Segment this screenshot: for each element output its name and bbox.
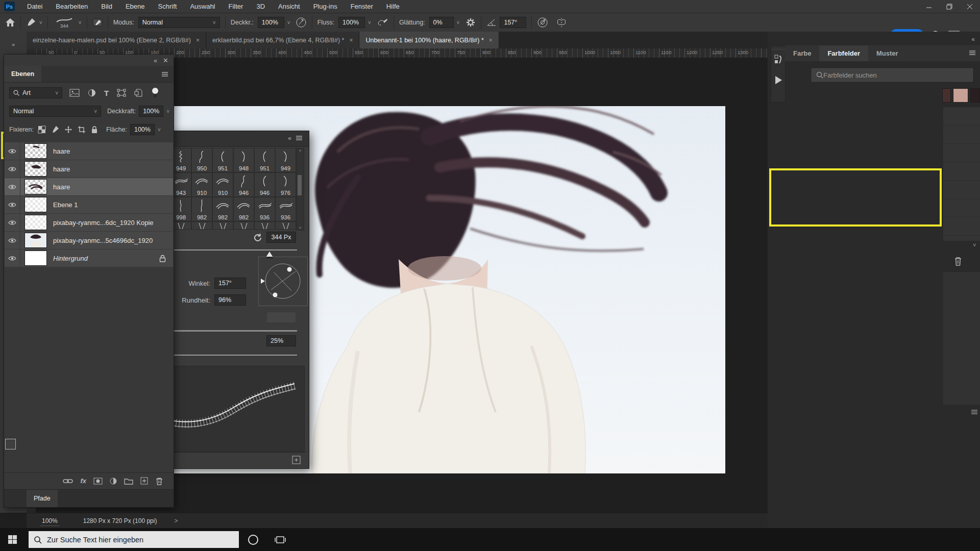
brush-tip-910[interactable]: 910 (212, 172, 233, 197)
chevron-down-icon[interactable]: ˅ (368, 20, 371, 26)
brush-tip-936[interactable]: 936 (254, 197, 275, 221)
deckkraft-value[interactable]: 100% (258, 17, 284, 28)
chevron-down-icon[interactable]: ˅ (457, 20, 460, 26)
layer-visibility-eye-icon[interactable] (5, 160, 20, 178)
close-button[interactable] (960, 0, 980, 13)
brush-tip-950[interactable]: 950 (191, 148, 212, 172)
gear-icon[interactable] (465, 17, 476, 28)
deckkraft-value[interactable]: 100% (139, 106, 163, 117)
brush-tip-946[interactable]: 946 (254, 172, 275, 197)
chevron-down-icon[interactable]: ˅ (79, 20, 82, 26)
lock-position-icon[interactable] (64, 126, 72, 134)
layer-row-2[interactable]: haare (5, 160, 173, 178)
layer-thumbnail[interactable] (24, 251, 47, 266)
tab-ebenen[interactable]: Ebenen (4, 66, 41, 82)
filter-adjustment-icon[interactable] (88, 89, 96, 97)
swatch-group-rows[interactable] (943, 107, 980, 241)
brush-tip-948[interactable]: 948 (233, 148, 254, 172)
layer-thumbnail[interactable] (24, 197, 47, 212)
start-button[interactable] (0, 535, 24, 544)
swatch-search-input[interactable]: Farbfelder suchen (812, 68, 973, 82)
filter-type-icon[interactable]: T (104, 89, 109, 97)
brush-tip-982[interactable]: 982 (191, 197, 212, 221)
filter-smartobject-icon[interactable] (134, 89, 142, 97)
restore-button[interactable] (939, 0, 960, 13)
tab-close-icon[interactable]: × (196, 37, 200, 44)
brush-tip-951[interactable]: 951 (254, 148, 275, 172)
new-group-icon[interactable] (124, 478, 133, 485)
brush-tip-936[interactable]: 936 (275, 197, 296, 221)
link-layers-icon[interactable] (63, 478, 73, 484)
brush-tip-partial[interactable] (254, 221, 275, 230)
tab-close-icon[interactable]: × (349, 37, 353, 44)
foreground-color-chip[interactable] (5, 439, 16, 449)
menu-item-ebene[interactable]: Ebene (119, 0, 152, 13)
collapse-icon[interactable]: « (154, 57, 157, 64)
symmetry-icon[interactable] (555, 17, 568, 28)
layer-visibility-eye-icon[interactable] (5, 142, 20, 160)
lock-all-icon[interactable] (91, 126, 98, 134)
brush-tip-976[interactable]: 976 (275, 172, 296, 197)
cortana-icon[interactable] (239, 534, 267, 546)
layer-thumbnail[interactable] (24, 215, 47, 230)
brush-tip-946[interactable]: 946 (233, 172, 254, 197)
toggle-brush-settings-icon[interactable] (92, 18, 103, 27)
delete-swatch-icon[interactable] (953, 256, 963, 266)
reset-icon[interactable] (253, 233, 262, 242)
tab-pfade[interactable]: Pfade (27, 490, 58, 507)
task-view-icon[interactable] (267, 535, 293, 544)
layer-row-1[interactable]: haare (5, 142, 173, 160)
brush-tip-982[interactable]: 982 (212, 197, 233, 221)
pressure-size-icon[interactable] (537, 17, 548, 28)
home-icon[interactable] (5, 18, 15, 27)
filter-shape-icon[interactable] (117, 89, 126, 97)
filter-image-icon[interactable] (69, 89, 80, 97)
menu-item-auswahl[interactable]: Auswahl (183, 0, 222, 13)
chevron-down-icon[interactable]: ˅ (158, 127, 161, 133)
minimize-button[interactable] (919, 0, 939, 13)
layer-visibility-eye-icon[interactable] (5, 196, 20, 213)
tab-farbe[interactable]: Farbe (785, 45, 819, 61)
brush-tool-icon[interactable] (26, 18, 36, 27)
zoom-level[interactable]: 100% (40, 516, 60, 526)
rundheit-value[interactable]: 96% (214, 294, 246, 306)
layer-row-3[interactable]: haare (5, 178, 173, 195)
brush-grid-scrollbar[interactable]: ˄ ˅ (296, 148, 304, 231)
new-layer-icon[interactable] (140, 477, 148, 485)
document-tab-3[interactable]: Unbenannt-1 bei 100% (haare, RGB/8#) *× (359, 32, 499, 48)
lock-pixels-icon[interactable] (51, 126, 59, 134)
brush-tip-partial[interactable] (212, 221, 233, 230)
brush-tip-910[interactable]: 910 (191, 172, 212, 197)
chevron-down-icon[interactable]: ˅ (973, 242, 976, 248)
winkel-value[interactable]: 157° (214, 278, 246, 289)
brush-tip-partial[interactable] (233, 221, 254, 230)
filter-toggle[interactable] (152, 87, 159, 98)
groesse-value[interactable]: 344 Px (266, 232, 296, 243)
layer-row-6[interactable]: pixabay-ryanmc...5c4696dc_1920 (5, 232, 173, 249)
menu-item-3d[interactable]: 3D (250, 0, 272, 13)
layer-visibility-eye-icon[interactable] (5, 249, 20, 267)
angle-widget[interactable] (258, 257, 308, 306)
blend-mode-select[interactable]: Normal˅ (9, 106, 101, 117)
pressure-opacity-icon[interactable] (296, 17, 307, 28)
abstand-value[interactable]: 25% (266, 335, 296, 346)
tab-muster[interactable]: Muster (868, 45, 906, 61)
layer-thumbnail[interactable] (24, 179, 47, 194)
scrollbar-thumb[interactable] (298, 175, 302, 195)
collapse-dock-icon[interactable]: « (971, 36, 975, 43)
layer-row-5[interactable]: pixabay-ryanmc...6dc_1920 Kopie (5, 214, 173, 231)
brush-preset-picker[interactable]: 344 (53, 17, 76, 29)
chevron-down-icon[interactable]: ˅ (166, 109, 169, 114)
taskbar-search-input[interactable]: Zur Suche Text hier eingeben (29, 531, 239, 548)
panel-menu-icon[interactable] (296, 134, 303, 141)
lock-artboard-icon[interactable] (78, 126, 86, 134)
menu-item-ansicht[interactable]: Ansicht (272, 0, 307, 13)
layer-visibility-eye-icon[interactable] (5, 232, 20, 249)
menu-item-filter[interactable]: Filter (222, 0, 250, 13)
flaeche-value[interactable]: 100% (130, 124, 155, 135)
layer-row-4[interactable]: Ebene 1 (5, 196, 173, 213)
panel-menu-icon[interactable] (971, 408, 978, 415)
toolbar-expand-icon[interactable]: » (4, 37, 22, 52)
tab-farbfelder[interactable]: Farbfelder (819, 45, 868, 61)
menu-item-bild[interactable]: Bild (94, 0, 119, 13)
